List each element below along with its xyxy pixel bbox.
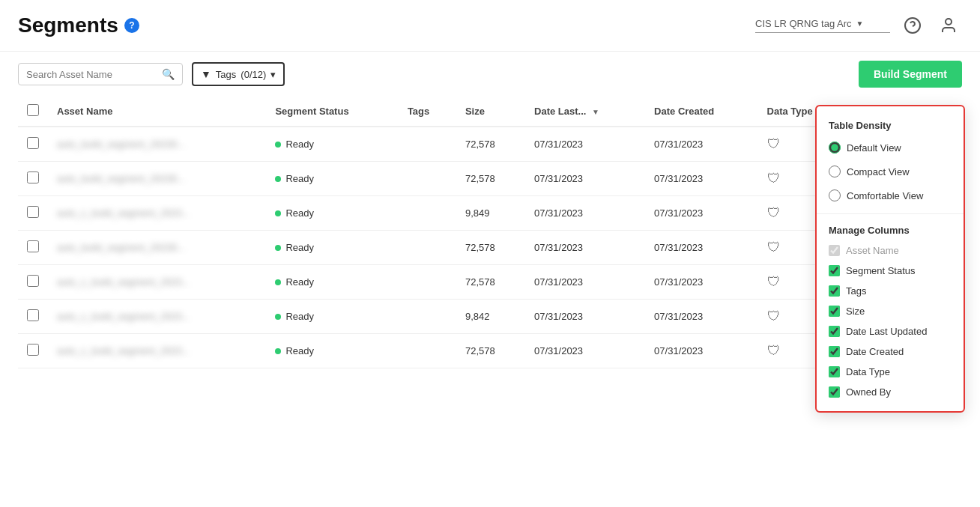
manage-col-label: Tags (846, 285, 866, 297)
col-header-date-last[interactable]: Date Last... ▼ (525, 97, 645, 127)
cell-status: Ready (266, 127, 399, 162)
status-indicator: Ready (275, 242, 314, 253)
cell-tags (399, 334, 456, 368)
manage-columns-list: Asset NameSegment StatusTagsSizeDate Las… (817, 240, 964, 399)
status-text: Ready (285, 242, 314, 253)
compact-view-radio[interactable] (829, 166, 841, 177)
manage-col-label: Size (846, 306, 865, 317)
comfortable-view-radio[interactable] (829, 189, 841, 201)
manage-col-checkbox-1[interactable] (829, 265, 840, 276)
cell-date-created: 07/31/2023 (645, 265, 757, 300)
search-icon: 🔍 (162, 68, 175, 80)
build-segment-button[interactable]: Build Segment (859, 61, 962, 88)
manage-col-checkbox-2[interactable] (829, 285, 840, 297)
cell-size: 72,578 (456, 162, 525, 196)
shield-icon: 🛡 (767, 309, 781, 324)
manage-col-owned-by[interactable]: Owned By (817, 382, 964, 399)
manage-col-label: Date Last Updated (846, 326, 927, 337)
status-dot-icon (275, 279, 281, 285)
status-dot-icon (275, 245, 281, 251)
manage-col-label: Owned By (846, 386, 891, 398)
cell-tags (399, 300, 456, 334)
shield-icon: 🛡 (767, 171, 781, 186)
manage-col-date-last-updated[interactable]: Date Last Updated (817, 321, 964, 341)
cell-size: 72,578 (456, 231, 525, 265)
cell-size: 72,578 (456, 334, 525, 368)
manage-col-checkbox-0 (829, 245, 840, 256)
tags-filter[interactable]: ▼ Tags (0/12) ▾ (192, 62, 285, 86)
default-view-radio[interactable] (829, 142, 841, 154)
status-indicator: Ready (275, 311, 314, 322)
cell-date-last: 07/31/2023 (525, 334, 645, 368)
header-left: Segments ? (18, 13, 139, 37)
header-right: CIS LR QRNG tag Arc ▼ (755, 12, 962, 39)
help-button[interactable] (899, 12, 926, 39)
status-indicator: Ready (275, 139, 314, 150)
tags-dropdown-arrow: ▾ (270, 69, 276, 80)
manage-col-size[interactable]: Size (817, 301, 964, 321)
row-checkbox-0[interactable] (27, 137, 39, 149)
tags-count: (0/12) (241, 69, 266, 80)
search-box[interactable]: 🔍 (18, 63, 183, 85)
row-checkbox-1[interactable] (27, 171, 39, 183)
tenant-dropdown[interactable]: CIS LR QRNG tag Arc ▼ (755, 18, 890, 33)
manage-col-checkbox-6[interactable] (829, 366, 840, 377)
cell-date-created: 07/31/2023 (645, 127, 757, 162)
svg-point-2 (946, 19, 952, 25)
cell-asset-name: auto_build_segment_20230... (48, 162, 266, 196)
manage-col-checkbox-3[interactable] (829, 306, 840, 317)
row-checkbox-4[interactable] (27, 275, 39, 287)
search-input[interactable] (26, 69, 156, 80)
col-header-segment-status: Segment Status (266, 97, 399, 127)
row-checkbox-2[interactable] (27, 206, 39, 218)
manage-col-data-type[interactable]: Data Type (817, 362, 964, 382)
cell-tags (399, 196, 456, 231)
cell-date-created: 07/31/2023 (645, 196, 757, 231)
status-dot-icon (275, 142, 281, 148)
cell-asset-name: auto_c_build_segment_2023... (48, 196, 266, 231)
cell-status: Ready (266, 162, 399, 196)
default-view-option[interactable]: Default View (817, 136, 964, 160)
manage-col-checkbox-7[interactable] (829, 386, 840, 398)
status-dot-icon (275, 210, 281, 216)
manage-col-label: Segment Status (846, 265, 916, 276)
toolbar: 🔍 ▼ Tags (0/12) ▾ Build Segment (0, 52, 980, 97)
manage-col-checkbox-4[interactable] (829, 326, 840, 337)
status-indicator: Ready (275, 173, 314, 184)
user-icon (940, 16, 958, 34)
user-button[interactable] (935, 12, 962, 39)
compact-view-option[interactable]: Compact View (817, 160, 964, 183)
manage-col-date-created[interactable]: Date Created (817, 341, 964, 362)
cell-date-created: 07/31/2023 (645, 162, 757, 196)
manage-col-segment-status[interactable]: Segment Status (817, 261, 964, 281)
status-text: Ready (285, 139, 314, 150)
status-text: Ready (285, 276, 314, 288)
shield-icon: 🛡 (767, 136, 781, 151)
help-icon[interactable]: ? (124, 18, 139, 33)
cell-date-last: 07/31/2023 (525, 300, 645, 334)
cell-size: 72,578 (456, 127, 525, 162)
comfortable-view-option[interactable]: Comfortable View (817, 183, 964, 207)
cell-tags (399, 127, 456, 162)
manage-col-tags[interactable]: Tags (817, 281, 964, 301)
cell-status: Ready (266, 265, 399, 300)
select-all-checkbox[interactable] (27, 104, 39, 116)
row-checkbox-6[interactable] (27, 344, 39, 356)
manage-columns-title: Manage Columns (817, 220, 964, 240)
row-checkbox-3[interactable] (27, 240, 39, 252)
toolbar-left: 🔍 ▼ Tags (0/12) ▾ (18, 62, 285, 86)
toolbar-right: Build Segment (859, 61, 962, 88)
manage-col-asset-name[interactable]: Asset Name (817, 240, 964, 261)
status-text: Ready (285, 345, 314, 356)
row-checkbox-5[interactable] (27, 309, 39, 321)
status-text: Ready (285, 311, 314, 322)
cell-date-last: 07/31/2023 (525, 265, 645, 300)
status-text: Ready (285, 207, 314, 219)
col-header-asset-name: Asset Name (48, 97, 266, 127)
status-text: Ready (285, 173, 314, 184)
manage-col-checkbox-5[interactable] (829, 346, 840, 357)
page-title: Segments (18, 13, 118, 37)
cell-status: Ready (266, 300, 399, 334)
shield-icon: 🛡 (767, 240, 781, 255)
cell-asset-name: auto_build_segment_20230... (48, 231, 266, 265)
